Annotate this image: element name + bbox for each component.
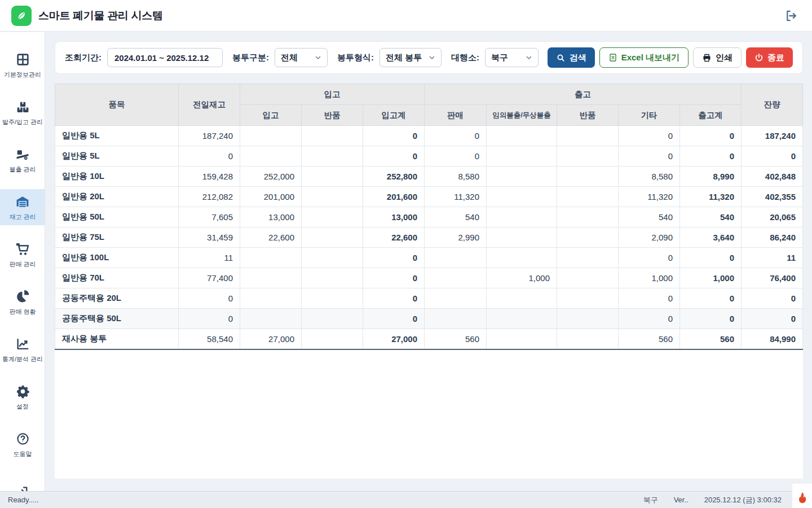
cell-item: 일반용 10L: [55, 167, 179, 187]
sidebar-item-inventory[interactable]: 재고 관리: [0, 189, 45, 225]
table-row[interactable]: 일반용 75L31,45922,60022,6002,9902,0903,640…: [55, 227, 803, 248]
search-icon: [556, 53, 566, 63]
bag-format-label: 봉투형식:: [337, 52, 374, 63]
agency-label: 대행소:: [451, 52, 479, 63]
cell-sale: [425, 268, 487, 288]
sidebar-item-settings[interactable]: 설정: [0, 379, 45, 415]
sidebar-item-label: 재고 관리: [9, 214, 36, 220]
cell-remain: 402,848: [742, 167, 803, 187]
cell-in_tot: 22,600: [363, 227, 425, 248]
sidebar-item-sales-status[interactable]: 판매 현황: [0, 284, 45, 320]
logout-button[interactable]: [782, 6, 801, 25]
cell-out_ret: [557, 329, 619, 349]
table-row[interactable]: 재사용 봉투58,54027,00027,00056056056084,990: [55, 329, 803, 349]
table-row[interactable]: 일반용 100L1100011: [55, 248, 803, 268]
cell-sale: 8,580: [425, 167, 487, 187]
col-header-in-total: 입고계: [363, 105, 425, 126]
cell-etc: 0: [619, 248, 680, 268]
agency-select[interactable]: 북구: [485, 48, 539, 67]
bag-type-select[interactable]: 전체: [275, 48, 328, 67]
excel-export-button[interactable]: Excel 내보내기: [599, 47, 689, 68]
status-bar: Ready..... 북구 Ver.. 2025.12.12 (금) 3:00:…: [0, 491, 812, 508]
cell-free: [487, 288, 557, 309]
gear-icon: [16, 384, 30, 398]
period-input[interactable]: [107, 48, 223, 67]
col-header-sale: 판매: [425, 105, 487, 126]
cell-in_ret: [302, 268, 363, 288]
cell-out_ret: [557, 126, 619, 146]
exit-button[interactable]: 종료: [746, 47, 793, 68]
print-button[interactable]: 인쇄: [693, 47, 742, 68]
sidebar-item-issue[interactable]: 불출 관리: [0, 142, 45, 178]
cell-remain: 76,400: [742, 268, 803, 288]
cell-free: [487, 126, 557, 146]
col-header-free-issue: 임의불출/무상불출: [487, 105, 557, 126]
page-title: 스마트 폐기물 관리 시스템: [38, 8, 163, 23]
cell-sale: 0: [425, 126, 487, 146]
cell-out_ret: [557, 146, 619, 167]
cell-out_tot: 0: [680, 288, 742, 309]
col-header-remain: 잔량: [742, 84, 803, 126]
table-row[interactable]: 일반용 20L212,082201,000201,60011,32011,320…: [55, 187, 803, 207]
cell-prev: 77,400: [179, 268, 240, 288]
table-row[interactable]: 일반용 70L77,40001,0001,0001,00076,400: [55, 268, 803, 288]
cell-inb: [240, 146, 302, 167]
cell-item: 공동주택용 50L: [55, 309, 179, 329]
cell-in_tot: 201,600: [363, 187, 425, 207]
cell-inb: [240, 126, 302, 146]
printer-icon: [702, 53, 712, 63]
cell-in_ret: [302, 126, 363, 146]
cell-item: 일반용 5L: [55, 126, 179, 146]
cell-in_tot: 0: [363, 288, 425, 309]
cell-etc: 0: [619, 288, 680, 309]
table-row[interactable]: 일반용 5L000000: [55, 146, 803, 167]
cell-etc: 540: [619, 207, 680, 227]
cell-inb: [240, 248, 302, 268]
cell-in_ret: [302, 146, 363, 167]
sidebar-item-label: 판매 관리: [9, 261, 36, 268]
cell-in_tot: 13,000: [363, 207, 425, 227]
cell-out_tot: 0: [680, 126, 742, 146]
table-row[interactable]: 공동주택용 50L00000: [55, 309, 803, 329]
cell-item: 일반용 20L: [55, 187, 179, 207]
sidebar-item-help[interactable]: 도움말: [0, 426, 45, 462]
table-row[interactable]: 일반용 10L159,428252,000252,8008,5808,5808,…: [55, 167, 803, 187]
cell-out_tot: 0: [680, 248, 742, 268]
bag-type-label: 봉투구분:: [232, 52, 269, 63]
excel-button-label: Excel 내보내기: [621, 52, 679, 63]
table-row[interactable]: 일반용 5L187,2400000187,240: [55, 126, 803, 146]
chevron-down-icon: [315, 54, 321, 61]
cell-inb: 22,600: [240, 227, 302, 248]
cell-in_ret: [302, 187, 363, 207]
sidebar-item-sales[interactable]: 판매 관리: [0, 237, 45, 273]
help-icon: [16, 432, 30, 446]
logout-icon: [784, 8, 798, 23]
cell-free: [487, 329, 557, 349]
cell-inb: [240, 268, 302, 288]
col-header-etc: 기타: [619, 105, 680, 126]
sidebar-item-order-receiving[interactable]: 발주/입고 관리: [0, 94, 45, 130]
pie-chart-icon: [16, 290, 30, 304]
sidebar-item-logout[interactable]: [0, 474, 45, 491]
bag-format-select[interactable]: 전체 봉투: [379, 48, 442, 67]
sidebar-item-basic-info[interactable]: 기본정보관리: [0, 47, 45, 83]
search-button[interactable]: 검색: [548, 47, 595, 68]
inventory-table-card: 품목 전일재고 입고 출고 잔량 입고 반품 입고계 판매 임의불출/무상불출 …: [55, 84, 803, 479]
sidebar-item-stats[interactable]: 통계/분석 관리: [0, 331, 45, 367]
cell-sale: [425, 248, 487, 268]
table-row[interactable]: 일반용 50L7,60513,00013,00054054054020,065: [55, 207, 803, 227]
truck-icon: [15, 147, 30, 161]
cell-inb: [240, 309, 302, 329]
table-row[interactable]: 공동주택용 20L00000: [55, 288, 803, 309]
status-datetime: 2025.12.12 (금) 3:00:32: [704, 495, 782, 505]
cell-etc: 8,580: [619, 167, 680, 187]
status-right: 북구 Ver.. 2025.12.12 (금) 3:00:32: [643, 495, 782, 505]
agency-value: 북구: [491, 52, 508, 63]
status-version: Ver..: [674, 496, 689, 504]
cell-prev: 187,240: [179, 126, 240, 146]
cell-in_ret: [302, 309, 363, 329]
cell-out_ret: [557, 227, 619, 248]
col-header-prev-stock: 전일재고: [179, 84, 240, 126]
cell-sale: 11,320: [425, 187, 487, 207]
cell-prev: 7,605: [179, 207, 240, 227]
